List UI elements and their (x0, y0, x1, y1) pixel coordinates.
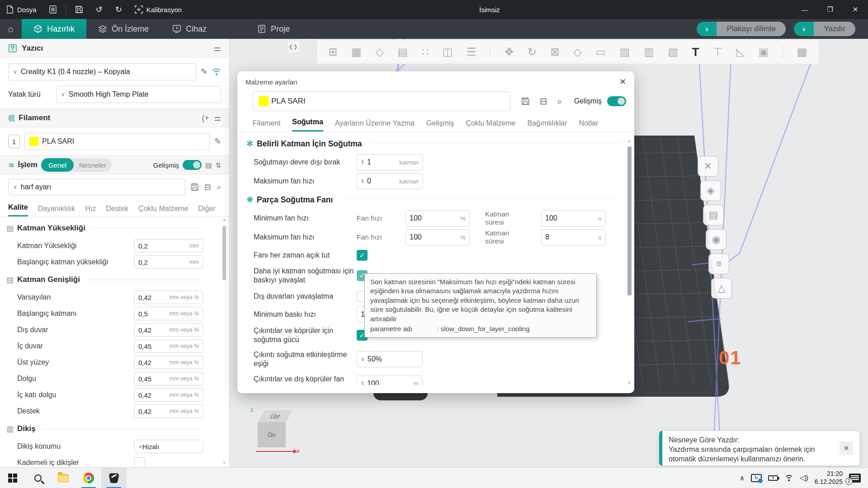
overhang-fan-speed-input[interactable]: ▲▼ 100 % (357, 375, 423, 385)
param-list-icon[interactable]: ▤ (205, 162, 212, 169)
auto-arrange-icon[interactable]: ◇ (375, 47, 383, 57)
close-button[interactable]: ✕ (843, 0, 868, 19)
setting-input[interactable]: 0,5mm veya % (134, 307, 203, 320)
process-mode-toggle[interactable]: Genel Nesneler (41, 158, 112, 172)
setting-value[interactable]: 0,45 (138, 375, 170, 383)
volume-icon[interactable]: ◁) (800, 474, 808, 482)
mode-general[interactable]: Genel (41, 158, 74, 172)
material-name-input[interactable]: PLA SARI (253, 91, 510, 111)
setting-value[interactable]: 0 (367, 177, 396, 185)
mode-objects[interactable]: Nesneler (74, 161, 112, 169)
clone-icon[interactable]: ∷ (422, 47, 429, 57)
fan-always-on-checkbox[interactable]: ✓ (357, 250, 368, 261)
home-button[interactable]: ⌂ (0, 19, 22, 39)
rotate-tool-icon[interactable]: ↻ (528, 47, 537, 57)
setting-input[interactable]: 0,42mm veya % (134, 388, 203, 402)
printer-select[interactable]: ∨ Creality K1 (0.4 nozzle) – Kopyala (8, 63, 196, 80)
plate-settings-icon[interactable]: ▤ (398, 47, 408, 57)
bed-type-select[interactable]: ∨ Smooth High Temp Plate (56, 86, 221, 103)
spinner-arrows-icon[interactable]: ▲▼ (361, 178, 364, 183)
sidebar-collapse-handle[interactable]: ❮❯ (287, 40, 300, 53)
setting-value[interactable]: 0,42 (138, 294, 170, 301)
edit-filament-icon[interactable]: ✎ (214, 137, 221, 145)
plate-lock-button[interactable]: ◉ (706, 229, 726, 250)
setting-value[interactable]: 0,42 (138, 391, 170, 399)
setting-value[interactable]: 0,42 (138, 359, 170, 366)
save-material-icon[interactable] (521, 97, 530, 106)
setting-value[interactable]: 100 (410, 214, 458, 222)
undo-button[interactable]: ↺ (90, 0, 109, 19)
plate-orient-button[interactable]: △ (711, 278, 732, 299)
file-menu[interactable]: Dosya (0, 0, 43, 19)
dialog-scrollbar[interactable]: ∧ ∨ (626, 139, 632, 387)
advanced-toggle[interactable] (183, 160, 202, 170)
taskbar-clock[interactable]: 21:20 6.12.2025 (815, 470, 843, 486)
scale-tool-icon[interactable]: ⊠ (550, 47, 559, 57)
seam-paint-icon[interactable]: ▧ (668, 47, 678, 57)
minimize-button[interactable]: — (792, 0, 817, 19)
setting-input[interactable]: 0,2 mm (134, 239, 203, 253)
setting-value[interactable]: 0,5 (138, 310, 170, 318)
print-button[interactable]: Yazdır (814, 22, 855, 36)
spinner-arrows-icon[interactable]: ▲▼ (361, 381, 364, 385)
no-cooling-layers-input[interactable]: ▲▼ 1 katman (357, 154, 423, 170)
fill-paint-icon[interactable]: ▨ (620, 47, 630, 57)
dlg-tab-advanced[interactable]: Gelişmiş (426, 119, 454, 131)
creality-print-button[interactable] (101, 468, 127, 488)
plate-close-button[interactable]: ✕ (698, 156, 718, 177)
max-fan-layer-time-input[interactable]: 8 s (541, 229, 605, 245)
move-tool-icon[interactable]: ✥ (505, 47, 514, 57)
dialog-close-icon[interactable]: ✕ (619, 77, 626, 87)
action-center-icon[interactable]: 2 (849, 474, 861, 483)
slice-button[interactable]: Plakayı dilimle (717, 22, 786, 36)
battery-icon[interactable]: ✕ (768, 475, 778, 481)
remove-material-icon[interactable]: ⊟ (540, 97, 547, 106)
dlg-tab-multimaterial[interactable]: Çoklu Malzeme (466, 119, 515, 131)
object-list-icon[interactable]: ☰ (467, 47, 476, 57)
scrollbar-thumb[interactable] (222, 226, 226, 280)
filament-select[interactable]: PLA SARI (24, 133, 210, 150)
scroll-up-icon[interactable]: ∧ (221, 218, 227, 224)
scroll-down-icon[interactable]: ∨ (626, 380, 632, 387)
tab-multimaterial[interactable]: Çoklu Malzeme (138, 205, 188, 216)
add-plate-icon[interactable]: ▦ (351, 47, 362, 57)
wifi-icon[interactable] (212, 68, 221, 76)
remove-preset-icon[interactable]: ⊟ (204, 183, 211, 191)
setting-input[interactable]: 0,42mm veya % (134, 323, 203, 337)
slice-dropdown-button[interactable]: ∨ (697, 22, 717, 36)
dialog-advanced-toggle[interactable] (607, 96, 626, 106)
tray-expand-icon[interactable]: ∧ (740, 474, 745, 481)
dlg-tab-notes[interactable]: Notlar (579, 119, 599, 131)
setting-value[interactable]: 100 (410, 233, 458, 241)
search-param-icon[interactable]: ⌕ (217, 183, 221, 191)
menu-list-button[interactable] (43, 0, 63, 19)
tab-prepare[interactable]: Hazırlık (22, 19, 86, 39)
search-setting-icon[interactable]: ⌕ (557, 97, 562, 106)
frame-select-icon[interactable]: ▣ (759, 47, 769, 57)
edit-printer-icon[interactable]: ✎ (201, 68, 208, 76)
min-fan-speed-input[interactable]: 100 % (406, 210, 470, 226)
scroll-up-icon[interactable]: ∧ (626, 139, 632, 145)
tab-strength[interactable]: Dayanıklılık (38, 205, 75, 216)
setting-value[interactable]: 8 (545, 233, 596, 241)
tab-project[interactable]: Proje (245, 19, 302, 39)
setting-value[interactable]: 100 (545, 214, 596, 222)
setting-input[interactable]: 0,42mm veya % (134, 404, 203, 418)
max-fan-speed-input[interactable]: 100 % (406, 229, 470, 245)
display-sync-icon[interactable]: ↻ (751, 474, 762, 482)
setting-input[interactable]: 0,42mm veya % (134, 356, 203, 369)
seam-position-select[interactable]: ∨ Hizalı (134, 440, 203, 453)
tab-other[interactable]: Diğer (198, 205, 215, 216)
scrollbar-thumb[interactable] (627, 146, 632, 296)
redo-button[interactable]: ↻ (109, 0, 128, 19)
tab-device[interactable]: Cihaz (160, 19, 218, 39)
dlg-tab-filament[interactable]: Filament (253, 119, 280, 131)
taskbar-search-button[interactable] (25, 468, 51, 488)
plate-auto-arrange-button[interactable]: ◈ (700, 180, 721, 201)
scroll-down-icon[interactable]: ∨ (221, 460, 227, 466)
tab-support[interactable]: Destek (106, 205, 128, 216)
lay-flat-icon[interactable]: ◇ (573, 47, 581, 57)
measure-tool-icon[interactable]: ◺ (736, 47, 745, 57)
setting-value[interactable]: 100 (367, 380, 411, 385)
min-fan-layer-time-input[interactable]: 100 s (541, 210, 605, 226)
